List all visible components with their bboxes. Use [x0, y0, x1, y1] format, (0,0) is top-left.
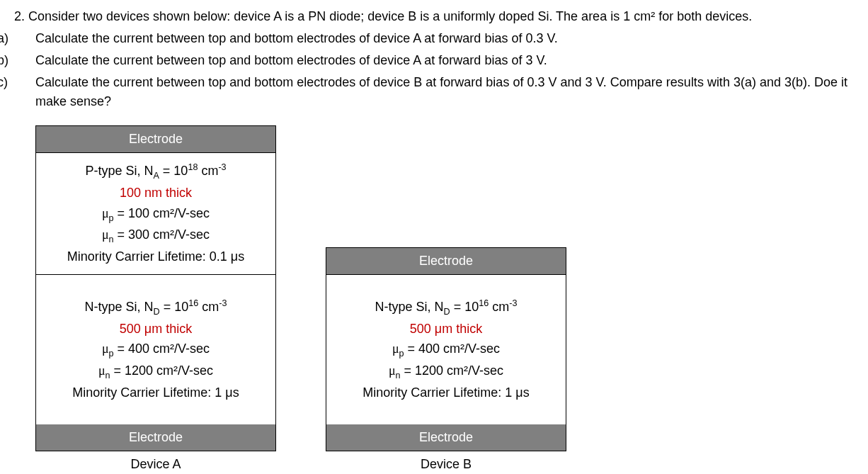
part-a-label: (a) [14, 29, 35, 48]
b-n-layer-mu-n: μn = 1200 cm²/V-sec [335, 361, 557, 383]
device-b-bottom-electrode: Electrode [326, 424, 566, 451]
b-n-layer-lifetime: Minority Carrier Lifetime: 1 μs [335, 383, 557, 403]
question-main-text: Consider two devices shown below: device… [28, 9, 752, 23]
a-n-layer-thickness: 500 μm thick [45, 319, 267, 339]
part-a-text: Calculate the current between top and bo… [35, 31, 558, 45]
device-b-top-electrode: Electrode [326, 248, 566, 274]
part-c-text: Calculate the current between top and bo… [35, 75, 847, 108]
a-n-layer-mu-p: μp = 400 cm²/V-sec [45, 339, 267, 361]
a-n-layer-lifetime: Minority Carrier Lifetime: 1 μs [45, 383, 267, 403]
a-n-layer-mu-n: μn = 1200 cm²/V-sec [45, 361, 267, 383]
device-a-box: Electrode P-type Si, NA = 1018 cm-3 100 … [35, 125, 276, 451]
part-c-label: (c) [14, 73, 35, 92]
b-n-layer-doping-line: N-type Si, ND = 1016 cm-3 [335, 296, 557, 319]
p-layer-mu-p: μp = 100 cm²/V-sec [45, 203, 267, 225]
device-a: Electrode P-type Si, NA = 1018 cm-3 100 … [35, 125, 276, 472]
device-b-label: Device B [421, 457, 472, 472]
a-n-layer-doping-line: N-type Si, ND = 1016 cm-3 [45, 296, 267, 319]
device-a-top-electrode: Electrode [36, 126, 275, 152]
b-n-layer-mu-p: μp = 400 cm²/V-sec [335, 339, 557, 361]
question-main: 2. Consider two devices shown below: dev… [14, 7, 854, 26]
device-a-p-layer: P-type Si, NA = 1018 cm-3 100 nm thick μ… [36, 152, 275, 274]
b-n-layer-thickness: 500 μm thick [335, 319, 557, 339]
question-part-b: (b)Calculate the current between top and… [14, 51, 854, 70]
device-a-bottom-electrode: Electrode [36, 424, 275, 451]
question-number: 2. [14, 9, 25, 23]
question-part-c: (c)Calculate the current between top and… [14, 73, 854, 111]
p-layer-thickness: 100 nm thick [45, 183, 267, 203]
part-b-label: (b) [14, 51, 35, 70]
device-b-n-layer: N-type Si, ND = 1016 cm-3 500 μm thick μ… [326, 274, 566, 424]
part-b-text: Calculate the current between top and bo… [35, 53, 547, 67]
device-b: Electrode N-type Si, ND = 1016 cm-3 500 … [326, 247, 566, 472]
devices-container: Electrode P-type Si, NA = 1018 cm-3 100 … [35, 125, 854, 472]
p-layer-lifetime: Minority Carrier Lifetime: 0.1 μs [45, 247, 267, 267]
device-a-n-layer: N-type Si, ND = 1016 cm-3 500 μm thick μ… [36, 274, 275, 424]
device-a-label: Device A [130, 457, 181, 472]
p-layer-mu-n: μn = 300 cm²/V-sec [45, 225, 267, 247]
p-layer-doping-line: P-type Si, NA = 1018 cm-3 [45, 160, 267, 183]
question-part-a: (a)Calculate the current between top and… [14, 29, 854, 48]
device-b-box: Electrode N-type Si, ND = 1016 cm-3 500 … [326, 247, 566, 451]
